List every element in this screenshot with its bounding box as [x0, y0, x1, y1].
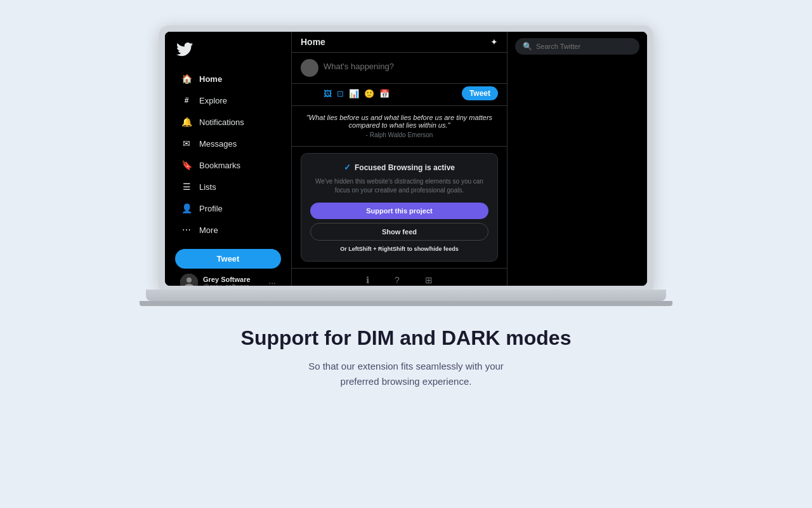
emoji-tool-icon[interactable]: 🙂	[364, 89, 374, 98]
sidebar-item-bookmarks[interactable]: 🔖 Bookmarks	[175, 155, 281, 175]
user-profile-footer[interactable]: Grey Software @grey_software ···	[175, 269, 281, 286]
laptop-wrapper: 🏠 Home # Explore 🔔 Notifications	[159, 25, 653, 306]
sidebar-item-home[interactable]: 🏠 Home	[175, 69, 281, 89]
focused-status: Focused Browsing is active	[355, 163, 455, 172]
sidebar-item-lists[interactable]: ☰ Lists	[175, 177, 281, 197]
subtitle-line2: preferred browsing experience.	[341, 376, 472, 387]
laptop-hinge	[140, 301, 672, 306]
twitter-layout: 🏠 Home # Explore 🔔 Notifications	[165, 32, 647, 286]
info-icon: ℹ	[366, 275, 369, 285]
main-footer: ℹ ? ⊞	[292, 268, 507, 286]
composer-toolbar: 🖼 ⊡ 📊 🙂 📅 Tweet	[292, 84, 507, 106]
sidebar-item-notifications[interactable]: 🔔 Notifications	[175, 112, 281, 132]
focused-header: ✓ Focused Browsing is active	[310, 163, 488, 172]
user-more-dots: ···	[268, 277, 276, 286]
laptop-base	[146, 290, 666, 301]
bookmark-icon: 🔖	[180, 159, 193, 171]
laptop-screen: 🏠 Home # Explore 🔔 Notifications	[165, 32, 647, 286]
twitter-app: 🏠 Home # Explore 🔔 Notifications	[165, 32, 647, 286]
sidebar-nav: 🏠 Home # Explore 🔔 Notifications	[175, 69, 281, 241]
sidebar-item-label: Notifications	[199, 117, 244, 127]
bell-icon: 🔔	[180, 116, 193, 128]
focused-browsing-card: ✓ Focused Browsing is active We've hidde…	[301, 153, 498, 262]
explore-icon: #	[180, 94, 193, 107]
user-info: Grey Software @grey_software	[203, 276, 263, 286]
sidebar-item-label: Explore	[199, 96, 227, 105]
quote-author: - Ralph Waldo Emerson	[301, 131, 498, 138]
home-icon: 🏠	[180, 72, 193, 85]
hero-title: Support for DIM and DARK modes	[241, 326, 572, 350]
avatar	[180, 274, 198, 286]
sidebar-item-explore[interactable]: # Explore	[175, 90, 281, 110]
profile-icon: 👤	[180, 202, 193, 215]
sidebar-item-more[interactable]: ⋯ More	[175, 220, 281, 240]
search-input[interactable]	[536, 43, 632, 50]
focused-description: We've hidden this website's distracting …	[310, 177, 488, 195]
lists-icon: ☰	[180, 180, 193, 193]
search-bar[interactable]: 🔍	[515, 38, 639, 55]
user-handle: @grey_software	[203, 283, 263, 286]
hero-subtitle: So that our extension fits seamlessly wi…	[241, 359, 572, 389]
schedule-tool-icon[interactable]: 📅	[379, 89, 390, 98]
shortcut-keys: LeftShift + RightShift	[348, 246, 405, 252]
sparkle-icon: ✦	[490, 37, 498, 47]
twitter-sidebar: 🏠 Home # Explore 🔔 Notifications	[165, 32, 292, 286]
quote-section: "What lies before us and what lies befor…	[292, 106, 507, 147]
poll-tool-icon[interactable]: 📊	[349, 89, 359, 98]
image-tool-icon[interactable]: 🖼	[324, 89, 332, 98]
right-sidebar: 🔍	[508, 32, 647, 286]
sidebar-item-label: Profile	[199, 204, 223, 213]
shortcut-prefix: Or	[340, 246, 348, 252]
subtitle-line1: So that our extension fits seamlessly wi…	[308, 361, 504, 371]
sidebar-item-label: Home	[199, 74, 222, 84]
check-icon: ✓	[344, 163, 351, 172]
tweet-button[interactable]: Tweet	[175, 249, 281, 269]
laptop-bezel: 🏠 Home # Explore 🔔 Notifications	[159, 25, 653, 290]
sidebar-item-label: Bookmarks	[199, 161, 240, 170]
composer-tools: 🖼 ⊡ 📊 🙂 📅	[324, 89, 390, 98]
composer-avatar	[301, 59, 318, 77]
shortcut-hint: Or LeftShift + RightShift to show/hide f…	[310, 246, 488, 252]
tweet-composer	[292, 53, 507, 84]
shortcut-suffix: to show/hide feeds	[407, 246, 459, 252]
sidebar-item-label: More	[199, 225, 218, 235]
user-display-name: Grey Software	[203, 276, 263, 283]
main-content: Home ✦ 🖼 ⊡ 📊	[292, 32, 508, 286]
quote-text: "What lies before us and what lies befor…	[301, 114, 498, 129]
help-icon: ?	[395, 275, 400, 285]
bottom-section: Support for DIM and DARK modes So that o…	[228, 326, 584, 389]
main-header: Home ✦	[292, 32, 507, 53]
grid-icon: ⊞	[425, 275, 433, 285]
sidebar-item-label: Lists	[199, 182, 216, 192]
support-project-button[interactable]: Support this project	[310, 203, 488, 219]
mail-icon: ✉	[180, 137, 193, 150]
compose-input[interactable]	[324, 59, 498, 71]
page-title: Home	[301, 37, 325, 47]
sidebar-item-messages[interactable]: ✉ Messages	[175, 133, 281, 154]
more-icon: ⋯	[180, 224, 193, 236]
sidebar-item-label: Messages	[199, 139, 237, 149]
gif-tool-icon[interactable]: ⊡	[337, 89, 344, 98]
twitter-logo	[175, 39, 194, 58]
sidebar-item-profile[interactable]: 👤 Profile	[175, 198, 281, 218]
svg-point-1	[187, 277, 192, 283]
tweet-submit-button[interactable]: Tweet	[462, 86, 498, 100]
show-feed-button[interactable]: Show feed	[310, 223, 488, 241]
search-icon: 🔍	[523, 42, 532, 51]
